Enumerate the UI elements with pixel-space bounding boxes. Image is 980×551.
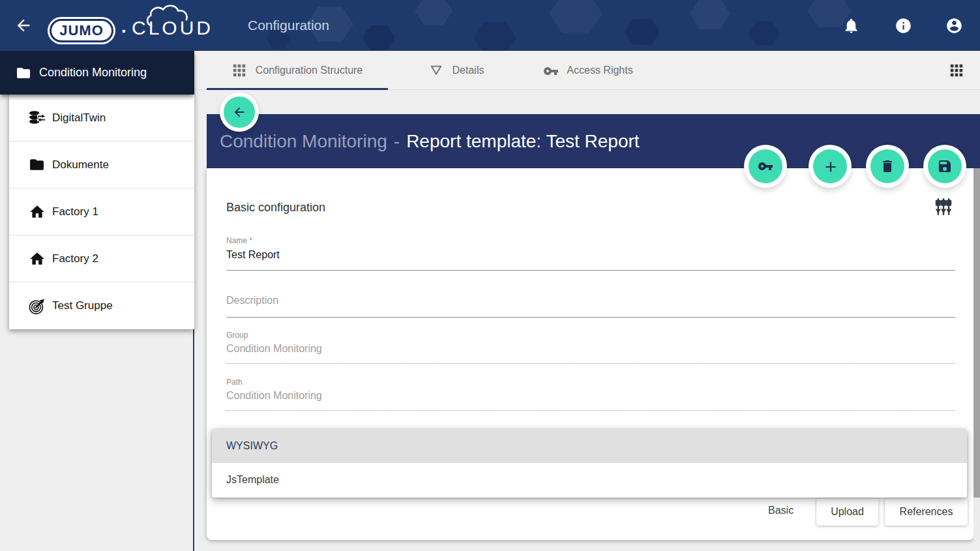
group-field-label: Group [226, 331, 248, 340]
name-field [226, 249, 955, 261]
jumo-logo-pill: JUMO [50, 19, 113, 42]
path-underline [226, 410, 955, 411]
sidebar-group-condition-monitoring[interactable]: Condition Monitoring [0, 51, 194, 95]
sidebar-item-factory-1[interactable]: Factory 1 [9, 188, 194, 235]
active-tab-indicator [207, 88, 388, 90]
home-icon [29, 203, 46, 220]
footer-tab-basic[interactable]: Basic [768, 505, 794, 516]
back-arrow-icon [232, 105, 246, 119]
hexagon-pattern [690, 0, 730, 31]
upload-button[interactable]: Upload [816, 498, 878, 526]
panel-title-prefix: Condition Monitoring [220, 131, 387, 151]
tab-bar: Configuration Structure Details Access R… [194, 51, 980, 90]
scrollbar-track [973, 168, 980, 540]
add-button[interactable] [813, 149, 847, 183]
path-field-value: Condition Monitoring [226, 390, 955, 402]
account-icon[interactable] [945, 17, 963, 35]
apps-grid-icon[interactable] [949, 63, 964, 78]
sidebar-item-label: Dokumente [52, 158, 109, 171]
sidebar-group-label: Condition Monitoring [39, 66, 147, 80]
sidebar-item-dokumente[interactable]: Dokumente [9, 141, 194, 188]
panel-back-button[interactable] [224, 97, 255, 128]
dropdown-option-wysiwyg[interactable]: WYSIWYG [212, 429, 967, 463]
sidebar-item-label: Factory 1 [52, 205, 98, 218]
filter-icon [429, 63, 443, 78]
group-field-value: Condition Monitoring [226, 343, 955, 355]
home-icon [29, 250, 46, 267]
hexagon-pattern [363, 23, 395, 51]
trash-icon [880, 158, 895, 174]
sidebar-item-digitaltwin[interactable]: DigitalTwin [9, 95, 194, 141]
panel-header: Condition Monitoring-Report template: Te… [207, 114, 980, 168]
dropdown-option-jstemplate[interactable]: JsTemplate [212, 463, 967, 497]
back-arrow-icon[interactable] [14, 16, 33, 35]
hexagon-pattern [625, 17, 660, 47]
folder-icon [29, 156, 46, 173]
hexagon-pattern [749, 20, 780, 47]
save-icon [937, 158, 953, 174]
sidebar-item-test-gruppe[interactable]: Test Gruppe [9, 282, 194, 329]
cloud-logo-text: CLOUD [132, 17, 213, 39]
tab-access-rights[interactable]: Access Rights [529, 51, 647, 90]
save-button[interactable] [928, 149, 962, 183]
name-underline [226, 270, 955, 271]
template-type-dropdown: WYSIWYG JsTemplate [212, 429, 967, 498]
hexagon-pattern [549, 0, 602, 37]
jumo-cloud-app: JUMO · CLOUD Configuration Condition Mon… [0, 0, 980, 551]
sidebar-item-factory-2[interactable]: Factory 2 [9, 235, 194, 282]
access-key-button[interactable] [749, 149, 782, 183]
path-field-label: Path [226, 378, 243, 387]
sidebar-item-label: Factory 2 [52, 252, 98, 265]
page-title: Configuration [248, 0, 329, 51]
hexagon-pattern [473, 20, 516, 51]
description-input[interactable] [226, 295, 955, 306]
digital-twin-icon [29, 110, 46, 127]
group-underline [226, 363, 955, 364]
grid-icon [232, 63, 246, 78]
info-icon[interactable] [895, 17, 912, 35]
key-icon [758, 158, 773, 174]
description-field [226, 295, 955, 306]
target-icon [29, 297, 46, 314]
tab-configuration-structure[interactable]: Configuration Structure [207, 51, 388, 90]
panel-title-separator: - [394, 131, 400, 151]
tune-sliders-icon[interactable] [934, 197, 954, 218]
tab-label: Access Rights [567, 65, 632, 76]
panel-title: Condition Monitoring-Report template: Te… [220, 131, 640, 152]
delete-button[interactable] [870, 149, 904, 183]
key-icon [543, 63, 557, 78]
tab-details[interactable]: Details [417, 51, 496, 90]
tab-label: Configuration Structure [256, 65, 363, 76]
hexagon-pattern [415, 0, 453, 27]
description-underline [226, 317, 955, 318]
name-field-label: Name * [226, 236, 252, 245]
brand-dot: · [121, 21, 127, 42]
name-input[interactable] [226, 249, 955, 261]
section-title: Basic configuration [226, 201, 325, 215]
scrollbar-thumb[interactable] [973, 168, 980, 498]
sidebar-item-label: Test Gruppe [52, 299, 113, 312]
sidebar-item-list: DigitalTwin Dokumente Factory 1 Factory … [9, 95, 194, 329]
app-bar: JUMO · CLOUD Configuration [0, 0, 980, 51]
jumo-logo-text: JUMO [59, 22, 104, 39]
panel-title-main: Report template: Test Report [406, 131, 639, 151]
folder-icon [16, 65, 31, 81]
sidebar-item-label: DigitalTwin [52, 112, 106, 125]
notifications-bell-icon[interactable] [842, 17, 860, 35]
references-button[interactable]: References [885, 498, 968, 526]
plus-icon [822, 158, 838, 174]
tab-label: Details [453, 65, 484, 76]
